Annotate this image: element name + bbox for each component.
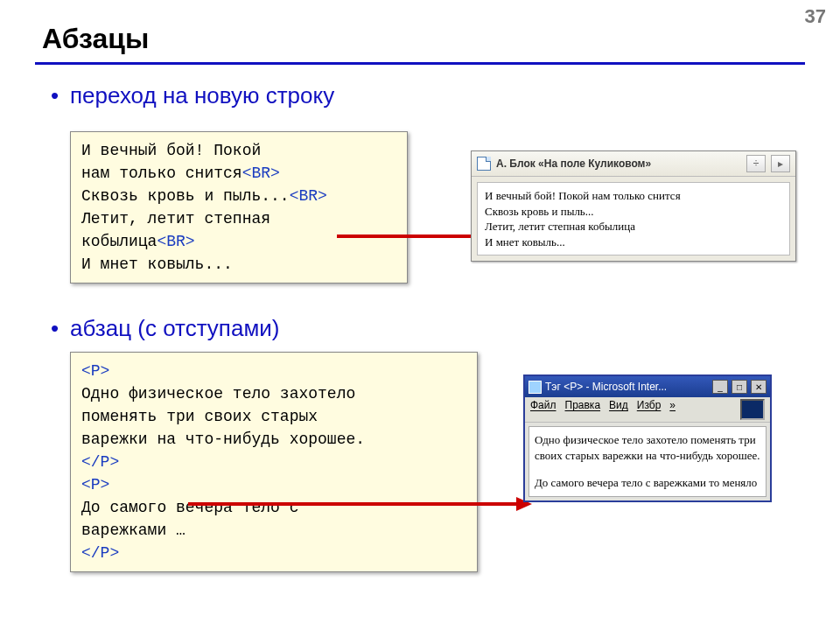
code-line: Летит, летит степная xyxy=(81,210,270,228)
bullet-newline: переход на новую строку xyxy=(51,82,840,109)
render-line: Сквозь кровь и пыль... xyxy=(485,204,782,220)
browser-body: И вечный бой! Покой нам только снится Ск… xyxy=(477,182,790,256)
nav-button[interactable]: ÷ xyxy=(746,155,766,172)
menu-view[interactable]: Вид xyxy=(609,399,628,420)
code-line: И мнет ковыль... xyxy=(81,256,233,273)
page-icon xyxy=(477,157,491,171)
menu-fav[interactable]: Избр xyxy=(637,399,662,420)
menu-more[interactable]: » xyxy=(669,399,676,420)
render-line: Летит, летит степная кобылица xyxy=(485,219,782,234)
slide-title: Абзацы xyxy=(42,23,840,55)
browser-preview-1: А. Блок «На поле Куликовом» ÷ ▸ И вечный… xyxy=(471,150,796,262)
render-line: И мнет ковыль... xyxy=(485,234,782,250)
nav-button[interactable]: ▸ xyxy=(771,155,790,172)
throbber-icon xyxy=(740,399,765,420)
br-tag: <BR> xyxy=(242,164,280,182)
p-tag: <P> xyxy=(81,476,109,494)
render-line: И вечный бой! Покой нам только снится xyxy=(485,188,782,204)
bullet-paragraph: абзац (с отступами) xyxy=(51,315,279,342)
ie-menubar: Файл Правка Вид Избр » xyxy=(525,397,770,423)
code-example-br: И вечный бой! Покой нам только снится<BR… xyxy=(70,131,408,284)
ie-titlebar: Тэг <P> - Microsoft Inter... _ □ ✕ xyxy=(525,376,770,397)
p-close-tag: </P> xyxy=(81,453,119,471)
code-line: И вечный бой! Покой xyxy=(81,142,261,159)
render-paragraph: Одно физическое тело захотело поменять т… xyxy=(535,432,760,463)
close-button[interactable]: ✕ xyxy=(751,380,766,394)
code-line: нам только снится xyxy=(81,164,242,182)
title-divider xyxy=(35,62,805,65)
menu-edit[interactable]: Правка xyxy=(565,399,601,420)
code-line: Сквозь кровь и пыль... xyxy=(81,187,290,205)
p-tag: <P> xyxy=(81,362,109,380)
br-tag: <BR> xyxy=(290,187,327,205)
code-line: Одно физическое тело захотело поменять т… xyxy=(81,385,365,448)
minimize-button[interactable]: _ xyxy=(712,380,728,394)
ie-title: Тэг <P> - Microsoft Inter... xyxy=(545,381,709,393)
ie-icon xyxy=(528,381,542,394)
browser-title: А. Блок «На поле Куликовом» xyxy=(496,158,741,170)
menu-file[interactable]: Файл xyxy=(530,399,556,420)
browser-titlebar: А. Блок «На поле Куликовом» ÷ ▸ xyxy=(472,151,795,177)
p-close-tag: </P> xyxy=(81,544,119,562)
maximize-button[interactable]: □ xyxy=(732,380,747,394)
code-line: кобылица xyxy=(81,233,157,250)
code-example-p: <P> Одно физическое тело захотело поменя… xyxy=(70,352,478,572)
code-line: До самого вечера тело с варежками … xyxy=(81,499,298,539)
render-paragraph: До самого вечера тело с варежками то мен… xyxy=(535,475,760,491)
browser-preview-2: Тэг <P> - Microsoft Inter... _ □ ✕ Файл … xyxy=(523,374,772,502)
br-tag: <BR> xyxy=(157,233,194,250)
ie-body: Одно физическое тело захотело поменять т… xyxy=(528,426,766,497)
slide-number: 37 xyxy=(805,5,826,28)
